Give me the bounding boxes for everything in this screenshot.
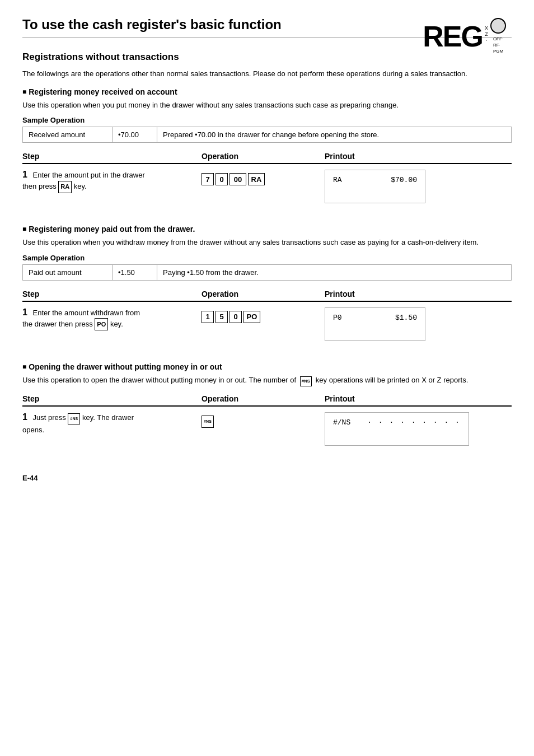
steps-header-row-3: Step Operation Printout <box>22 392 512 406</box>
subsection2-sample-table: Paid out amount •1.50 Paying •1.50 from … <box>22 264 512 281</box>
key-ra: RA <box>248 173 265 185</box>
section1-intro: The followings are the operations other … <box>22 68 512 80</box>
paid-out-amount-desc: Paying •1.50 from the drawer. <box>157 264 512 280</box>
step2-operation: 1 5 0 PO <box>202 301 325 347</box>
step1-text: 1 Enter the amount put in the drawer the… <box>22 164 202 209</box>
key-0b: 0 <box>229 311 242 323</box>
printout-label-2: P0 <box>333 314 342 322</box>
step2-text: 1 Enter the amount withdrawn from the dr… <box>22 301 202 347</box>
key-sequence-2: 1 5 0 PO <box>202 311 320 323</box>
paid-out-amount-value: •1.50 <box>113 264 157 280</box>
steps-header-row: Step Operation Printout <box>22 150 512 164</box>
subsection2-block: Registering money paid out from the draw… <box>22 225 512 347</box>
step2-row: 1 Enter the amount withdrawn from the dr… <box>22 301 512 347</box>
subsection1-desc: Use this operation when you put money in… <box>22 100 512 111</box>
printout-dots: · · · · · · · · · <box>367 418 461 427</box>
received-amount-desc: Prepared •70.00 in the drawer for change… <box>157 127 512 143</box>
subsection3-desc-part2: key operations will be printed on X or Z… <box>316 376 468 384</box>
subsection3-desc-part1: Use this operation to open the drawer wi… <box>22 376 296 384</box>
col-printout: Printout <box>325 150 512 164</box>
subsection3-title: Opening the drawer without putting money… <box>22 362 512 371</box>
step3-printout: #/NS · · · · · · · · · <box>325 406 512 451</box>
subsection2-title: Registering money paid out from the draw… <box>22 225 512 234</box>
steps-header-row-2: Step Operation Printout <box>22 287 512 301</box>
table-row: Received amount •70.00 Prepared •70.00 i… <box>23 127 512 143</box>
table-row: Paid out amount •1.50 Paying •1.50 from … <box>23 264 512 280</box>
subsection3-desc: Use this operation to open the drawer wi… <box>22 375 512 386</box>
subsection1-sample-label: Sample Operation <box>22 116 512 124</box>
printout-label-1: RA <box>333 176 342 184</box>
received-amount-value: •70.00 <box>113 127 157 143</box>
key-7: 7 <box>202 173 214 185</box>
key-1: 1 <box>202 311 214 323</box>
step1-num: 1 <box>22 170 27 179</box>
printout-label-3: #/NS <box>333 418 350 427</box>
printout-row-3: #/NS · · · · · · · · · <box>333 418 461 427</box>
printout-value-1: $70.00 <box>391 176 417 184</box>
col-printout-3: Printout <box>325 392 512 406</box>
printout-row-2: P0 $1.50 <box>333 314 417 322</box>
step1-row: 1 Enter the amount put in the drawer the… <box>22 164 512 209</box>
reg-icon-circle <box>490 18 506 34</box>
subsection3-block: Opening the drawer without putting money… <box>22 362 512 451</box>
printout-box-3: #/NS · · · · · · · · · <box>325 412 469 446</box>
step1-desc: Enter the amount put in the drawer then … <box>22 171 145 190</box>
ra-key-inline: RA <box>58 181 72 193</box>
step1-operation: 7 0 00 RA <box>202 164 325 209</box>
printout-box-1: RA $70.00 <box>325 170 425 203</box>
col-step: Step <box>22 150 202 164</box>
po-key-inline: PO <box>95 318 108 330</box>
reg-z-label: Z <box>485 31 488 37</box>
step2-num: 1 <box>22 307 27 317</box>
step2-printout: P0 $1.50 <box>325 301 512 347</box>
col-operation-2: Operation <box>202 287 325 301</box>
ns-key-inline-desc: #NS <box>300 376 312 386</box>
key-ns: #NS <box>202 416 214 428</box>
printout-row-1: RA $70.00 <box>333 176 417 184</box>
col-operation-3: Operation <box>202 392 325 406</box>
subsection1-steps-table: Step Operation Printout 1 Enter the amou… <box>22 150 512 209</box>
subsection2-desc: Use this operation when you withdraw mon… <box>22 237 512 248</box>
subsection1-block: Registering money received on account Us… <box>22 87 512 209</box>
key-0: 0 <box>216 173 228 185</box>
key-00: 00 <box>229 173 246 185</box>
col-operation: Operation <box>202 150 325 164</box>
key-5: 5 <box>216 311 228 323</box>
step3-row: 1 Just press #NS key. The drawer opens. … <box>22 406 512 451</box>
subsection3-steps-table: Step Operation Printout 1 Just press #NS… <box>22 392 512 451</box>
reg-badge: REG <box>423 22 483 51</box>
key-po: PO <box>243 311 260 323</box>
printout-box-2: P0 $1.50 <box>325 307 425 341</box>
page-footer: E-44 <box>22 474 512 482</box>
reg-dot-label: · <box>485 38 488 43</box>
subsection1-sample-table: Received amount •70.00 Prepared •70.00 i… <box>22 127 512 143</box>
reg-sub-labels: OFF· RF· PGM <box>493 36 503 55</box>
subsection1-title: Registering money received on account <box>22 87 512 96</box>
subsection2-steps-table: Step Operation Printout 1 Enter the amou… <box>22 287 512 347</box>
col-step-3: Step <box>22 392 202 406</box>
reg-badge-area: REG X Z · OFF· RF· PGM <box>423 18 506 55</box>
key-sequence-1: 7 0 00 RA <box>202 173 320 185</box>
received-amount-label: Received amount <box>23 127 113 143</box>
subsection2-sample-label: Sample Operation <box>22 254 512 262</box>
paid-out-amount-label: Paid out amount <box>23 264 113 280</box>
col-step-2: Step <box>22 287 202 301</box>
step3-text: 1 Just press #NS key. The drawer opens. <box>22 406 202 451</box>
col-printout-2: Printout <box>325 287 512 301</box>
step3-operation: #NS <box>202 406 325 451</box>
step2-desc: Enter the amount withdrawn from the draw… <box>22 309 140 328</box>
step1-printout: RA $70.00 <box>325 164 512 209</box>
printout-value-2: $1.50 <box>395 314 417 322</box>
step3-num: 1 <box>22 412 27 422</box>
ns-key-inline2: #NS <box>68 413 80 424</box>
step3-desc: Just press #NS key. The drawer opens. <box>22 413 134 434</box>
key-sequence-3: #NS <box>202 416 320 428</box>
reg-x-label: X <box>485 25 488 31</box>
